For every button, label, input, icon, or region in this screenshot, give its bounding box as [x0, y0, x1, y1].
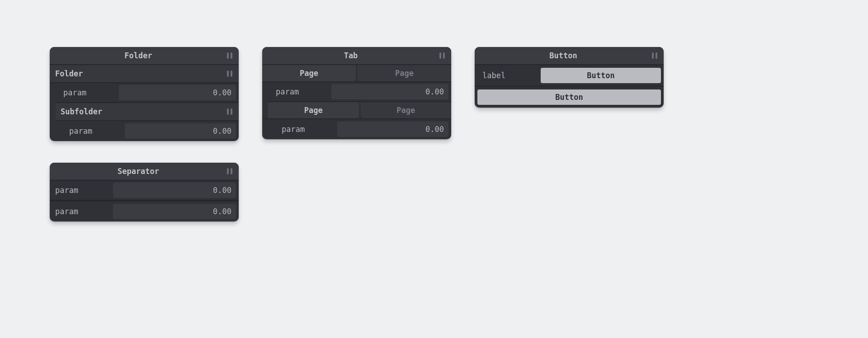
tab-bar: Page Page	[262, 102, 451, 119]
drag-handle-icon[interactable]	[227, 70, 232, 77]
pane-separator: Separator param param	[50, 163, 239, 221]
tab-group-body: param	[268, 119, 451, 139]
pane-tab: Tab Page Page param Page Page	[262, 47, 451, 139]
param-input[interactable]	[113, 204, 236, 219]
drag-handle-icon[interactable]	[439, 52, 445, 59]
param-input-wrap	[125, 121, 239, 141]
param-input[interactable]	[113, 183, 236, 198]
pane-button-body: label Button Button	[475, 65, 664, 108]
param-label: param	[50, 186, 113, 195]
tab-page-inactive[interactable]: Page	[361, 102, 452, 118]
drag-handle-icon[interactable]	[227, 168, 232, 174]
pane-separator-title-bar[interactable]: Separator	[50, 163, 239, 181]
pane-folder-title-bar[interactable]: Folder	[50, 47, 239, 65]
tab-page-active[interactable]: Page	[262, 65, 356, 81]
pane-button-title: Button	[475, 51, 652, 60]
tab-page-active[interactable]: Page	[268, 102, 359, 118]
param-row: param	[50, 181, 239, 201]
pane-separator-title: Separator	[50, 167, 227, 176]
tab-bar: Page Page	[262, 65, 451, 82]
action-button[interactable]: Button	[541, 68, 661, 83]
folder-header[interactable]: Folder	[50, 65, 239, 83]
param-input-wrap	[113, 180, 239, 200]
param-input-wrap	[331, 82, 451, 102]
param-input[interactable]	[337, 122, 448, 137]
pane-folder-body: Folder param Subfolder param	[50, 65, 239, 141]
tab-page-inactive[interactable]: Page	[358, 65, 451, 81]
subfolder-header-label: Subfolder	[61, 107, 227, 116]
param-input-wrap	[337, 119, 451, 139]
folder-header-label: Folder	[55, 69, 227, 78]
pane-button-title-bar[interactable]: Button	[475, 47, 664, 65]
param-input-wrap	[119, 83, 239, 103]
action-button[interactable]: Button	[477, 89, 661, 105]
pane-folder-title: Folder	[50, 51, 227, 60]
drag-handle-icon[interactable]	[652, 52, 657, 59]
drag-handle-icon[interactable]	[227, 108, 232, 115]
param-row: param	[61, 121, 239, 141]
subfolder-body: param	[56, 121, 239, 141]
button-row-full: Button	[475, 87, 664, 108]
param-input[interactable]	[119, 85, 236, 100]
tab-group-body: param Page Page param	[262, 82, 451, 139]
button-row-labeled: label Button	[475, 65, 664, 87]
param-label: param	[50, 207, 113, 216]
param-label: param	[56, 88, 119, 97]
pane-separator-body: param param	[50, 181, 239, 221]
pane-tab-body: Page Page param Page Page param	[262, 65, 451, 139]
param-label: param	[61, 127, 125, 136]
param-label: param	[274, 125, 337, 134]
folder-body: param Subfolder param	[50, 83, 239, 141]
param-row: param	[274, 119, 451, 139]
param-row: param	[56, 83, 239, 103]
param-row: param	[50, 202, 239, 221]
param-label: param	[268, 87, 331, 96]
drag-handle-icon[interactable]	[227, 52, 232, 59]
button-label: label	[477, 71, 541, 80]
subfolder-header[interactable]: Subfolder	[56, 103, 239, 121]
pane-tab-title: Tab	[262, 51, 439, 60]
pane-tab-title-bar[interactable]: Tab	[262, 47, 451, 65]
param-row: param	[268, 82, 451, 102]
pane-button: Button label Button Button	[475, 47, 664, 108]
param-input-wrap	[113, 202, 239, 221]
param-input[interactable]	[331, 84, 448, 99]
pane-folder: Folder Folder param Subfolder	[50, 47, 239, 141]
param-input[interactable]	[125, 123, 236, 139]
